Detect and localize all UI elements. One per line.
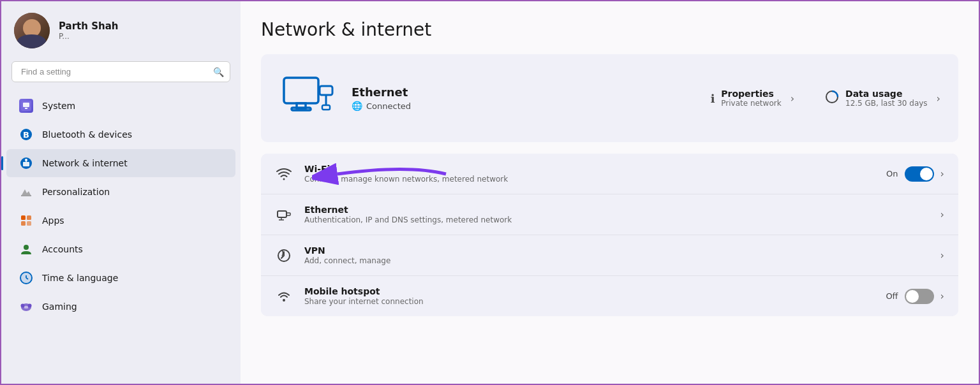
- wifi-toggle[interactable]: [905, 166, 934, 182]
- hotspot-icon: [275, 287, 293, 305]
- search-box[interactable]: 🔍: [11, 61, 230, 82]
- wifi-toggle-label: On: [886, 169, 898, 178]
- svg-rect-13: [27, 221, 31, 226]
- avatar: [14, 13, 50, 48]
- sidebar-item-personalization[interactable]: Personalization: [6, 178, 235, 206]
- setting-item-ethernet[interactable]: Ethernet Authentication, IP and DNS sett…: [261, 194, 958, 235]
- sidebar-item-label: Bluetooth & devices: [42, 129, 132, 140]
- vpn-chevron: ›: [940, 249, 944, 261]
- svg-rect-10: [21, 215, 26, 220]
- svg-rect-20: [24, 306, 28, 309]
- wifi-right: On ›: [886, 166, 944, 182]
- sidebar-item-system[interactable]: System: [6, 92, 235, 120]
- user-info: Parth Shah P...: [59, 20, 118, 41]
- svg-point-31: [283, 178, 285, 180]
- setting-item-wifi[interactable]: Wi-Fi Connect, manage known networks, me…: [261, 154, 958, 194]
- svg-rect-33: [278, 211, 286, 217]
- ethernet-hero-card: Ethernet 🌐 Connected ℹ️ Properties Priva…: [261, 54, 958, 142]
- hotspot-toggle-label: Off: [886, 291, 898, 301]
- vpn-sub: Add, connect, manage: [304, 256, 929, 265]
- sidebar-item-bluetooth[interactable]: B Bluetooth & devices: [6, 120, 235, 149]
- svg-rect-1: [23, 103, 29, 107]
- ethernet-actions: ℹ️ Properties Private network › Data usa…: [710, 89, 940, 108]
- search-input[interactable]: [11, 61, 230, 82]
- hotspot-text: Mobile hotspot Share your internet conne…: [304, 286, 874, 306]
- system-icon: [19, 99, 33, 113]
- ethernet-hero-status: 🌐 Connected: [352, 101, 695, 111]
- svg-point-21: [21, 304, 25, 308]
- page-title: Network & internet: [261, 19, 958, 40]
- vpn-right: ›: [940, 249, 944, 261]
- setting-item-hotspot[interactable]: Mobile hotspot Share your internet conne…: [261, 276, 958, 316]
- ethernet-icon: [275, 206, 293, 224]
- properties-chevron: ›: [791, 92, 794, 105]
- properties-text: Properties Private network: [721, 89, 781, 108]
- sidebar-item-network[interactable]: Network & internet: [6, 149, 235, 177]
- nav-list: System B Bluetooth & devices Network: [1, 90, 241, 385]
- wifi-icon: [275, 165, 293, 183]
- properties-title: Properties: [721, 89, 781, 99]
- hotspot-title: Mobile hotspot: [304, 286, 874, 296]
- hotspot-chevron: ›: [940, 290, 944, 302]
- main-content: Network & internet Ethernet 🌐 Conn: [241, 1, 979, 384]
- wifi-text: Wi-Fi Connect, manage known networks, me…: [304, 164, 875, 184]
- sidebar-item-label: Network & internet: [42, 158, 128, 168]
- user-name: Parth Shah: [59, 20, 118, 32]
- svg-point-7: [25, 159, 27, 161]
- properties-sub: Private network: [721, 99, 781, 108]
- ethernet-status-text: Connected: [366, 101, 411, 111]
- wifi-title: Wi-Fi: [304, 164, 875, 174]
- gaming-icon: [19, 300, 33, 314]
- data-usage-action[interactable]: Data usage 12.5 GB, last 30 days ›: [825, 89, 940, 108]
- sidebar-item-label: Apps: [42, 215, 64, 226]
- svg-rect-6: [23, 162, 29, 166]
- svg-rect-29: [322, 105, 330, 110]
- sidebar-item-gaming[interactable]: Gaming: [6, 293, 235, 321]
- globe-icon: 🌐: [352, 101, 362, 111]
- setting-item-vpn[interactable]: VPN Add, connect, manage ›: [261, 235, 958, 276]
- sidebar-item-accounts[interactable]: Accounts: [6, 235, 235, 263]
- data-usage-title: Data usage: [845, 89, 928, 99]
- sidebar-item-label: Gaming: [42, 301, 77, 312]
- settings-list: Wi-Fi Connect, manage known networks, me…: [261, 154, 958, 316]
- sidebar: Parth Shah P... 🔍 System B: [1, 1, 241, 385]
- svg-rect-2: [25, 108, 27, 109]
- sidebar-item-apps[interactable]: Apps: [6, 207, 235, 235]
- svg-rect-23: [284, 78, 318, 103]
- ethernet-hero-label: Ethernet: [352, 85, 695, 99]
- ethernet-text: Ethernet Authentication, IP and DNS sett…: [304, 205, 929, 224]
- search-icon: 🔍: [213, 67, 224, 77]
- data-usage-chevron: ›: [937, 92, 940, 105]
- ethernet-hero-icon: [279, 68, 336, 128]
- ethernet-chevron: ›: [940, 208, 944, 221]
- properties-action[interactable]: ℹ️ Properties Private network ›: [710, 89, 794, 108]
- sidebar-item-label: Accounts: [42, 244, 83, 254]
- sidebar-item-time[interactable]: Time & language: [6, 264, 235, 292]
- info-icon: ℹ️: [710, 92, 715, 105]
- vpn-icon: [275, 247, 293, 265]
- svg-rect-26: [320, 86, 332, 95]
- data-usage-icon: [825, 90, 839, 106]
- wifi-sub: Connect, manage known networks, metered …: [304, 175, 875, 184]
- vpn-title: VPN: [304, 245, 929, 256]
- time-icon: [19, 271, 33, 285]
- user-profile[interactable]: Parth Shah P...: [1, 1, 241, 57]
- hotspot-right: Off ›: [886, 289, 944, 304]
- svg-point-14: [24, 245, 29, 250]
- apps-icon: [19, 214, 33, 228]
- svg-point-22: [28, 304, 32, 308]
- svg-rect-11: [27, 215, 31, 220]
- ethernet-hero-info: Ethernet 🌐 Connected: [352, 85, 695, 111]
- ethernet-right: ›: [940, 208, 944, 221]
- sidebar-item-label: Personalization: [42, 187, 110, 197]
- accounts-icon: [19, 242, 33, 256]
- bluetooth-icon: B: [19, 127, 33, 142]
- svg-rect-12: [21, 221, 26, 226]
- sidebar-item-label: Time & language: [42, 273, 118, 283]
- user-sub: P...: [59, 32, 118, 41]
- hotspot-toggle[interactable]: [905, 289, 934, 304]
- ethernet-setting-sub: Authentication, IP and DNS settings, met…: [304, 215, 929, 224]
- ethernet-setting-title: Ethernet: [304, 205, 929, 215]
- sidebar-item-label: System: [42, 101, 75, 111]
- data-usage-sub: 12.5 GB, last 30 days: [845, 99, 928, 108]
